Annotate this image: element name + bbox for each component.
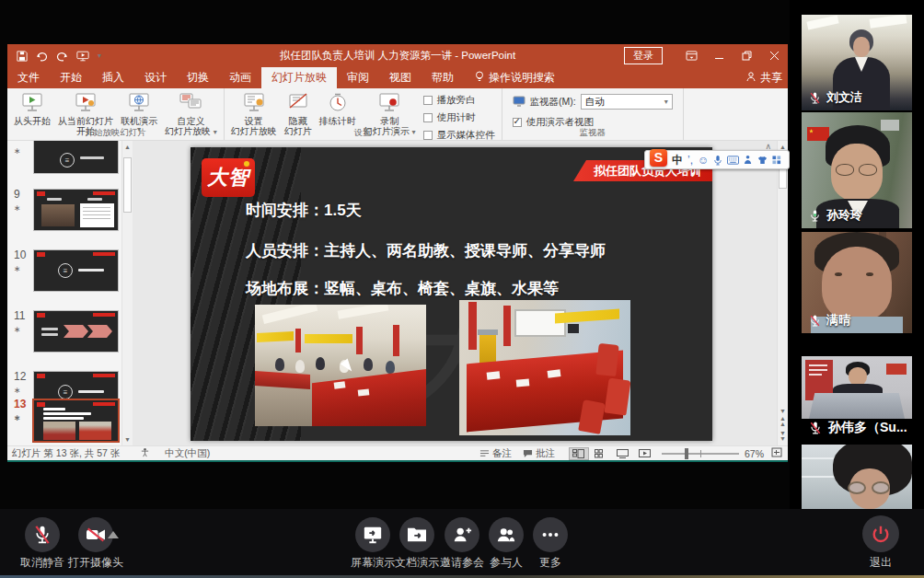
undo-icon[interactable] [36,51,48,62]
tab-home[interactable]: 开始 [50,67,92,88]
share-button[interactable]: 共享 [746,67,782,88]
slide-canvas[interactable]: 大智 大智 拟任团队负责人培训 时间安排：1.5天 人员安排：主持人、两名助教、… [191,147,712,441]
ime-mic-icon[interactable] [713,155,722,166]
scrollbar-thumb[interactable] [123,157,132,213]
ime-emoji-icon[interactable]: ☺ [698,155,709,166]
face [822,247,892,320]
group-label-start: 开始放映幻灯片 [7,127,224,139]
ribbon-group-setup: 设置 幻灯片放映 隐藏 幻灯片 排练计时 录制 幻灯片演示 ▾ [225,88,502,140]
fit-to-window-icon[interactable] [771,447,782,459]
slide-thumbnail-10[interactable]: ≡ [33,249,119,292]
share-label: 共享 [760,70,782,86]
use-timings-checkbox[interactable]: 使用计时 [423,111,495,124]
slide-thumbnail-9[interactable] [33,189,119,231]
ime-keyboard-icon[interactable] [727,156,739,165]
invite-button[interactable] [445,517,479,552]
animation-star-icon: ∗ [14,324,30,335]
participant-name: 孙伟多（Su... [828,420,907,436]
tab-help[interactable]: 帮助 [422,67,464,88]
slide-thumbnail-panel: ∗ ≡ 9∗ 10∗ ≡ [7,141,133,445]
rehearse-timings-button[interactable]: 排练计时 [316,89,360,127]
checkbox-checked-icon [513,118,522,127]
glasses-right [859,164,877,176]
monitor-icon [513,96,526,109]
participant-video-1[interactable]: 刘文洁 [802,15,912,110]
thumb-number: 12∗ [14,371,30,396]
accessibility-icon[interactable] [140,447,150,459]
close-button[interactable] [760,44,788,67]
scroll-down-icon[interactable]: ▼ [122,436,133,443]
tab-file[interactable]: 文件 [7,67,50,88]
animation-star-icon: ∗ [14,202,30,214]
tab-design[interactable]: 设计 [134,67,177,88]
tab-view[interactable]: 视图 [379,67,422,88]
sign-in-button[interactable]: 登录 [624,47,663,64]
thumbnail-scrollbar[interactable]: ▲ ▼ [121,141,133,445]
screen-share-button[interactable] [355,517,390,552]
participant-name: 刘文洁 [826,89,862,106]
tab-animations[interactable]: 动画 [219,67,261,88]
tab-insert[interactable]: 插入 [92,67,134,88]
language-indicator[interactable]: 中文(中国) [165,447,210,460]
invite-person-icon [452,525,472,545]
next-slide-icon[interactable]: ▼▼ [778,431,788,442]
comments-toggle[interactable]: 批注 [523,447,555,460]
normal-view-button[interactable] [569,447,589,460]
scroll-up-icon[interactable]: ▲ [778,144,788,150]
window-controls: 登录 [624,44,788,67]
qat-customize-icon[interactable]: ▾ [98,52,101,59]
checkbox-icon [423,113,433,122]
exit-button[interactable] [862,515,899,552]
slide-thumbnail-8[interactable]: ≡ [33,141,119,174]
minimize-button[interactable] [705,44,733,67]
participant-video-5[interactable] [802,445,912,509]
slide-thumbnail-11[interactable] [33,310,119,353]
camera-options-icon[interactable] [108,531,119,538]
zoom-level[interactable]: 67% [745,448,764,459]
restore-button[interactable] [733,44,760,67]
doc-share-button[interactable] [399,517,434,552]
tab-review[interactable]: 审阅 [337,67,379,88]
ime-skin-icon[interactable] [757,156,768,165]
tell-me-label: 操作说明搜索 [489,70,555,86]
participant-video-2[interactable]: 孙玲玲 [802,112,912,228]
ime-mode-chinese[interactable]: 中 [672,155,683,166]
ribbon-display-options-icon[interactable] [677,44,705,67]
participant-sidebar: 刘文洁 孙玲玲 满晴 [790,0,924,509]
slideshow-view-button[interactable] [635,447,655,460]
logo-dot [242,159,251,168]
save-icon[interactable] [17,51,28,62]
ppt-editing-area: ∧ ∗ ≡ 9∗ 10∗ [7,141,788,445]
play-narrations-checkbox[interactable]: 播放旁白 [423,94,495,107]
ime-toolbox-icon[interactable] [772,156,781,165]
animation-star-icon: ∗ [14,145,30,156]
participant-video-3[interactable]: 满晴 [802,232,912,333]
unmute-button[interactable] [25,517,60,552]
start-slideshow-icon[interactable] [76,51,89,62]
slide-sorter-view-button[interactable] [591,447,611,460]
participants-button[interactable] [489,517,524,552]
tell-me-search[interactable]: 操作说明搜索 [464,67,566,88]
scroll-down-icon[interactable]: ▼ [778,408,788,414]
zoom-slider[interactable] [662,447,739,460]
more-button[interactable] [533,517,568,552]
reading-view-button[interactable] [613,447,633,460]
zoom-slider-handle[interactable] [685,448,688,459]
ime-toolbar[interactable]: S 中 ’, ☺ [644,150,790,169]
from-beginning-button[interactable]: 从头开始 [10,89,54,127]
scroll-up-icon[interactable]: ▲ [122,144,133,150]
ime-handwriting-icon[interactable] [744,155,753,165]
redo-icon[interactable] [56,51,68,62]
mic-on-icon [809,209,821,223]
ime-punctuation-icon[interactable]: ’, [687,155,693,166]
notes-toggle[interactable]: 备注 [479,447,512,460]
sogou-logo-icon[interactable]: S [650,149,667,167]
slide-scrollbar[interactable]: ▲ ▼ ▲▲ ▼▼ [777,141,788,445]
slide-thumbnail-13-selected[interactable] [32,399,120,443]
monitor-select[interactable]: 自动▾ [581,94,673,110]
tab-transitions[interactable]: 切换 [177,67,219,88]
previous-slide-icon[interactable]: ▲▲ [778,416,788,427]
participant-video-4[interactable] [802,356,912,419]
laptop [809,393,905,419]
tab-slideshow[interactable]: 幻灯片放映 [261,67,337,88]
